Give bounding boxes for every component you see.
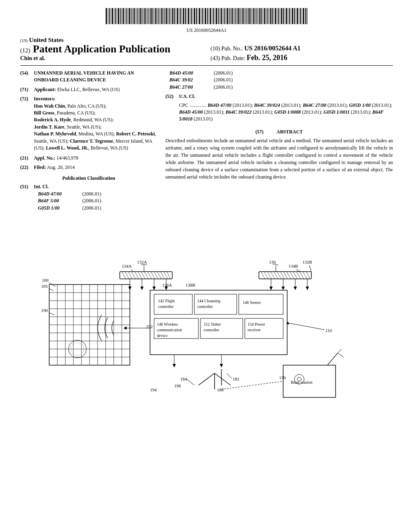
country-num: (19): [20, 38, 27, 43]
svg-marker-231: [123, 326, 127, 330]
label-100: 100: [42, 278, 49, 283]
svg-line-190: [309, 265, 311, 272]
svg-rect-118: [289, 8, 290, 24]
svg-rect-121: [294, 8, 295, 24]
inventors-content: Inventors: Hon Wah Chin, Palo Alto, CA (…: [34, 96, 157, 152]
svg-rect-95: [253, 8, 254, 24]
svg-rect-124: [299, 8, 299, 24]
pub-no-line: (10) Pub. No.: US 2016/0052644 A1: [211, 45, 393, 52]
svg-rect-110: [277, 8, 277, 24]
svg-rect-104: [267, 8, 268, 24]
svg-rect-57: [194, 8, 195, 24]
svg-rect-80: [230, 8, 231, 24]
svg-rect-105: [269, 8, 269, 24]
svg-line-189: [296, 269, 300, 272]
svg-line-156: [125, 272, 129, 279]
inventor-2: Bill Gross, Pasadena, CA (US);: [34, 110, 96, 116]
svg-rect-61: [201, 8, 201, 24]
title-row: (54) UNMANNED AERIAL VEHICLE HAVING AN O…: [20, 70, 157, 84]
svg-rect-94: [252, 8, 252, 24]
filed-value: Aug. 20, 2014: [47, 164, 75, 170]
svg-rect-107: [272, 8, 273, 24]
svg-line-222: [186, 379, 194, 385]
svg-rect-42: [171, 8, 171, 24]
label-142b: controller: [158, 304, 174, 309]
label-142: 142 Flight: [158, 299, 175, 303]
svg-rect-101: [263, 8, 263, 24]
label-148b: communication: [157, 328, 182, 332]
svg-rect-32: [155, 8, 156, 24]
svg-line-152: [49, 289, 53, 291]
svg-line-187: [306, 272, 310, 279]
svg-line-225: [338, 353, 344, 357]
pub-date-value: Feb. 25, 2016: [246, 54, 287, 62]
int-cl-num: (51): [20, 183, 32, 212]
svg-line-169: [167, 272, 170, 279]
svg-rect-129: [307, 8, 307, 24]
appl-no-label: Appl. No.:: [34, 155, 55, 161]
svg-rect-125: [300, 8, 301, 24]
svg-rect-49: [182, 8, 182, 24]
title-content: UNMANNED AERIAL VEHICLE HAVING AN ONBOAR…: [34, 70, 157, 84]
svg-rect-25: [144, 8, 146, 24]
inventor-1: Hon Wah Chin, Palo Alto, CA (US);: [34, 103, 106, 109]
svg-rect-58: [196, 8, 197, 24]
svg-rect-1: [108, 8, 108, 24]
svg-rect-65: [207, 8, 208, 24]
svg-line-208: [287, 323, 324, 330]
svg-rect-86: [240, 8, 240, 24]
svg-rect-97: [257, 8, 257, 24]
svg-marker-204: [294, 287, 297, 290]
col-left: (54) UNMANNED AERIAL VEHICLE HAVING AN O…: [20, 70, 157, 214]
svg-marker-194: [140, 287, 144, 290]
svg-line-179: [280, 272, 284, 279]
inventors-num: (72): [20, 96, 32, 152]
svg-line-176: [271, 272, 275, 279]
svg-rect-78: [227, 8, 228, 24]
svg-rect-87: [241, 8, 242, 24]
svg-rect-127: [303, 8, 304, 24]
svg-marker-192: [128, 287, 131, 290]
pub-date-label: (43) Pub. Date:: [211, 55, 245, 61]
svg-line-153: [49, 313, 54, 315]
svg-line-168: [164, 272, 168, 279]
title-num: (54): [20, 70, 32, 84]
label-130: 130: [269, 260, 276, 264]
label-132A: 132A: [137, 260, 147, 264]
label-184: 184: [180, 376, 187, 381]
pub-date-line: (43) Pub. Date: Feb. 25, 2016: [211, 54, 393, 62]
label-190: 190: [41, 308, 48, 313]
right-int-cl-2: B64C 39/02 (2006.01): [169, 77, 393, 83]
svg-rect-113: [281, 8, 282, 24]
svg-line-174: [264, 272, 268, 279]
patent-diagram: 100 105 190: [25, 220, 388, 414]
svg-rect-16: [131, 8, 131, 24]
svg-rect-88: [242, 8, 244, 24]
svg-rect-37: [163, 8, 164, 24]
svg-rect-60: [199, 8, 200, 24]
label-148c: device: [157, 333, 168, 338]
abstract-label: ABSTRACT: [276, 129, 302, 135]
svg-rect-26: [146, 8, 147, 24]
filed-num: (22): [20, 164, 32, 171]
barcode-area: [20, 8, 393, 26]
abstract-title: (57) ABSTRACT: [165, 129, 393, 135]
appl-no-value: 14/463,978: [56, 155, 78, 161]
svg-rect-72: [218, 8, 219, 24]
svg-rect-27: [148, 8, 148, 24]
svg-rect-77: [225, 8, 226, 24]
svg-rect-35: [160, 8, 161, 24]
svg-rect-73: [219, 8, 220, 24]
svg-rect-45: [176, 8, 176, 24]
svg-rect-38: [165, 8, 165, 24]
svg-rect-9: [120, 8, 121, 24]
svg-rect-59: [198, 8, 198, 24]
svg-rect-39: [166, 8, 167, 24]
svg-line-173: [261, 272, 265, 279]
right-int-cl-1: B64D 45/00 (2006.01): [169, 70, 393, 77]
svg-rect-123: [297, 8, 298, 24]
country-label: (19) United States: [20, 37, 202, 44]
us-cl-label: U.S. Cl.: [179, 94, 195, 99]
svg-rect-46: [177, 8, 178, 24]
us-cl-content: U.S. Cl. CPC .............. B64D 47/00 (…: [179, 93, 393, 123]
